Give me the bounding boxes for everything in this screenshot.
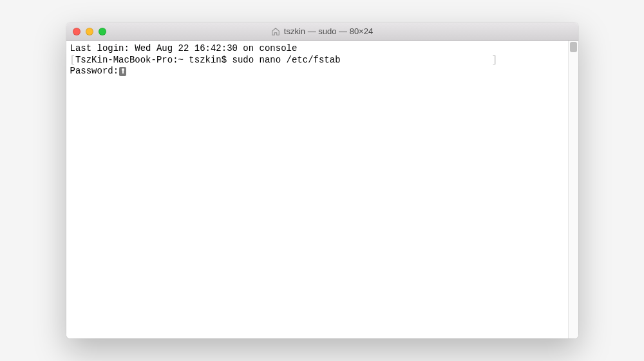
terminal-window: tszkin — sudo — 80×24 Last login: Wed Au… — [66, 23, 578, 338]
title-bar[interactable]: tszkin — sudo — 80×24 — [66, 23, 578, 41]
last-login-line: Last login: Wed Aug 22 16:42:30 on conso… — [70, 43, 564, 55]
scrollbar-thumb[interactable] — [570, 42, 577, 52]
minimize-button[interactable] — [86, 28, 93, 35]
key-icon — [119, 67, 126, 76]
scrollbar-track[interactable] — [568, 41, 578, 338]
prompt-left-bracket: [ — [70, 55, 75, 65]
window-title: tszkin — sudo — 80×24 — [271, 26, 373, 36]
window-title-text: tszkin — sudo — 80×24 — [284, 26, 373, 36]
password-line: Password: — [70, 66, 564, 77]
prompt-host: TszKin-MacBook-Pro:~ tszkin$ — [75, 55, 232, 65]
home-icon — [271, 27, 280, 36]
terminal-body: Last login: Wed Aug 22 16:42:30 on conso… — [66, 41, 578, 338]
command-text: sudo nano /etc/fstab — [232, 55, 341, 65]
terminal-content[interactable]: Last login: Wed Aug 22 16:42:30 on conso… — [66, 41, 568, 338]
close-button[interactable] — [73, 28, 80, 35]
maximize-button[interactable] — [99, 28, 106, 35]
traffic-lights — [66, 28, 106, 35]
password-label: Password: — [70, 66, 119, 76]
prompt-line: [TszKin-MacBook-Pro:~ tszkin$ sudo nano … — [70, 55, 564, 66]
prompt-right-bracket: ] — [492, 55, 497, 65]
